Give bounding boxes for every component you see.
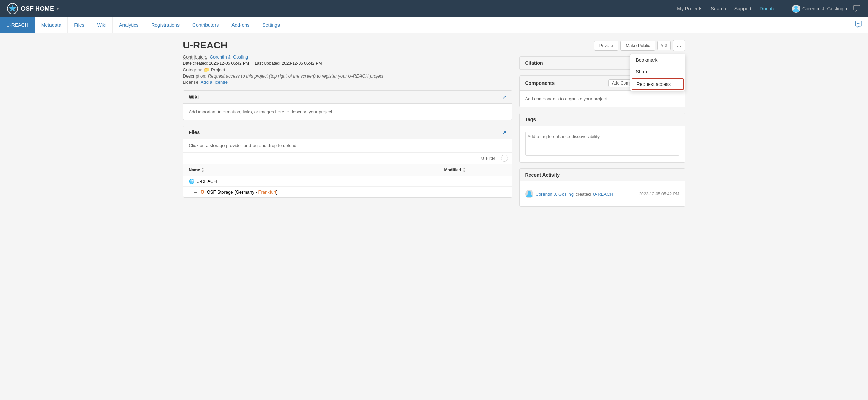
category-label: Category: bbox=[183, 67, 202, 72]
collapse-icon[interactable]: – bbox=[194, 189, 197, 195]
tags-input[interactable] bbox=[525, 132, 679, 156]
tags-panel: Tags bbox=[519, 113, 685, 163]
tab-metadata[interactable]: Metadata bbox=[35, 17, 68, 33]
tab-u-reach[interactable]: U-REACH bbox=[0, 17, 35, 33]
donate-link[interactable]: Donate bbox=[760, 6, 775, 11]
tags-panel-title: Tags bbox=[525, 117, 536, 122]
files-panel-header: Files ↗ bbox=[183, 126, 512, 139]
osf-logo-icon bbox=[7, 3, 18, 14]
tags-panel-header: Tags bbox=[520, 113, 685, 126]
tab-files[interactable]: Files bbox=[68, 17, 91, 33]
left-column: U-REACH Contributors: Corentin J. Goslin… bbox=[183, 40, 519, 212]
make-public-button[interactable]: Make Public bbox=[620, 41, 655, 51]
contributors-line: Contributors: Corentin J. Gosling bbox=[183, 54, 512, 60]
project-toolbar: Private Make Public ⑂ 0 ... Bookmark Sha… bbox=[519, 40, 685, 51]
license-link[interactable]: Add a license bbox=[201, 80, 228, 85]
recent-activity-panel-body: Corentin J. Gosling created U-REACH 2023… bbox=[520, 181, 685, 206]
date-meta: Date created: 2023-12-05 05:42 PM | Last… bbox=[183, 61, 512, 66]
last-updated-value: 2023-12-05 05:42 PM bbox=[282, 61, 322, 66]
svg-point-8 bbox=[481, 157, 484, 160]
modified-sort-arrows[interactable]: ▲▼ bbox=[463, 167, 466, 173]
project-title: U-REACH bbox=[183, 40, 512, 51]
dropdown-bookmark[interactable]: Bookmark bbox=[630, 54, 685, 66]
activity-user-link[interactable]: Corentin J. Gosling bbox=[536, 192, 574, 197]
my-projects-link[interactable]: My Projects bbox=[677, 6, 702, 11]
table-row[interactable]: – ⚙ OSF Storage (Germany - Frankfurt) bbox=[183, 187, 512, 197]
recent-activity-panel-header: Recent Activity bbox=[520, 169, 685, 181]
svg-marker-1 bbox=[9, 5, 16, 12]
top-navigation: OSF HOME ▾ My Projects Search Support Do… bbox=[0, 0, 868, 17]
recent-activity-title: Recent Activity bbox=[525, 172, 560, 178]
components-placeholder: Add components to organize your project. bbox=[525, 96, 609, 101]
table-row[interactable]: 🌐 U-REACH bbox=[183, 176, 512, 187]
license-label: License: bbox=[183, 80, 200, 85]
activity-text: Corentin J. Gosling created U-REACH bbox=[525, 190, 613, 198]
description-line: Description: Request access to this proj… bbox=[183, 73, 512, 79]
svg-point-2 bbox=[794, 6, 798, 9]
file-name: OSF Storage (Germany - Frankfurt) bbox=[207, 189, 278, 195]
top-nav-links: My Projects Search Support Donate Corent… bbox=[677, 5, 847, 13]
files-upload-hint-text: Click on a storage provider or drag and … bbox=[189, 143, 296, 148]
files-filter-button[interactable]: Filter bbox=[478, 155, 498, 162]
search-icon bbox=[481, 156, 485, 160]
date-created-value: 2023-12-05 05:42 PM bbox=[209, 61, 249, 66]
category-line: Category: 📁 Project bbox=[183, 67, 512, 72]
recent-activity-panel: Recent Activity Corentin J. Gosling crea… bbox=[519, 168, 685, 207]
files-table-header: Name ▲▼ Modified ▲▼ bbox=[183, 164, 512, 176]
support-link[interactable]: Support bbox=[734, 6, 751, 11]
sub-navigation: U-REACH Metadata Files Wiki Analytics Re… bbox=[0, 17, 868, 33]
category-value: Project bbox=[211, 67, 225, 72]
activity-project-link[interactable]: U-REACH bbox=[593, 192, 613, 197]
files-filter-row: Filter i bbox=[183, 153, 512, 164]
svg-point-6 bbox=[858, 23, 859, 24]
description-label: Description: bbox=[183, 73, 207, 79]
user-menu[interactable]: Corentin J. Gosling ▾ bbox=[792, 5, 847, 13]
dropdown-request-access[interactable]: Request access bbox=[632, 78, 684, 90]
files-info-icon[interactable]: i bbox=[501, 155, 508, 162]
files-upload-hint: Click on a storage provider or drag and … bbox=[183, 139, 512, 153]
site-logo[interactable]: OSF HOME ▾ bbox=[7, 3, 59, 14]
tab-registrations[interactable]: Registrations bbox=[145, 17, 186, 33]
private-button[interactable]: Private bbox=[594, 41, 618, 51]
tab-contributors[interactable]: Contributors bbox=[186, 17, 225, 33]
svg-line-9 bbox=[483, 159, 484, 160]
chat-icon[interactable] bbox=[849, 20, 868, 30]
fork-button[interactable]: ⑂ 0 bbox=[657, 41, 671, 50]
user-avatar bbox=[792, 5, 800, 13]
chat-icon-top[interactable] bbox=[853, 4, 861, 14]
date-created-label: Date created: bbox=[183, 61, 208, 66]
more-button[interactable]: ... bbox=[673, 40, 685, 51]
files-external-link-icon[interactable]: ↗ bbox=[502, 130, 506, 135]
files-panel: Files ↗ Click on a storage provider or d… bbox=[183, 126, 512, 198]
contributor-name[interactable]: Corentin J. Gosling bbox=[210, 54, 248, 60]
wiki-placeholder-text: Add important information, links, or ima… bbox=[189, 109, 334, 114]
tab-analytics[interactable]: Analytics bbox=[113, 17, 145, 33]
components-panel-body: Add components to organize your project. bbox=[520, 91, 685, 107]
wiki-panel: Wiki ↗ Add important information, links,… bbox=[183, 90, 512, 120]
wiki-external-link-icon[interactable]: ↗ bbox=[502, 94, 506, 100]
components-panel-title: Components bbox=[525, 80, 555, 86]
dropdown-menu: Bookmark Share Request access bbox=[630, 54, 685, 91]
activity-user-avatar bbox=[525, 190, 533, 198]
svg-point-7 bbox=[860, 23, 860, 24]
name-sort-arrows[interactable]: ▲▼ bbox=[201, 167, 204, 173]
description-value: Request access to this project (top righ… bbox=[208, 73, 383, 79]
site-dropdown-arrow[interactable]: ▾ bbox=[57, 6, 59, 11]
citation-panel-title: Citation bbox=[525, 60, 543, 66]
tab-wiki[interactable]: Wiki bbox=[91, 17, 113, 33]
globe-icon: 🌐 bbox=[189, 179, 194, 184]
tab-add-ons[interactable]: Add-ons bbox=[225, 17, 256, 33]
list-item: Corentin J. Gosling created U-REACH 2023… bbox=[525, 187, 679, 201]
svg-rect-3 bbox=[854, 5, 860, 10]
col-modified-label: Modified bbox=[444, 168, 461, 172]
tags-panel-body bbox=[520, 126, 685, 162]
sub-nav-tabs: U-REACH Metadata Files Wiki Analytics Re… bbox=[0, 17, 286, 33]
filter-label: Filter bbox=[486, 156, 495, 161]
wiki-panel-title: Wiki bbox=[189, 94, 199, 100]
dropdown-share[interactable]: Share bbox=[630, 66, 685, 78]
user-dropdown-arrow[interactable]: ▾ bbox=[846, 7, 847, 11]
tab-settings[interactable]: Settings bbox=[256, 17, 286, 33]
files-table: Name ▲▼ Modified ▲▼ 🌐 U-REACH bbox=[183, 164, 512, 197]
wiki-panel-body: Add important information, links, or ima… bbox=[183, 104, 512, 120]
search-link[interactable]: Search bbox=[711, 6, 726, 11]
